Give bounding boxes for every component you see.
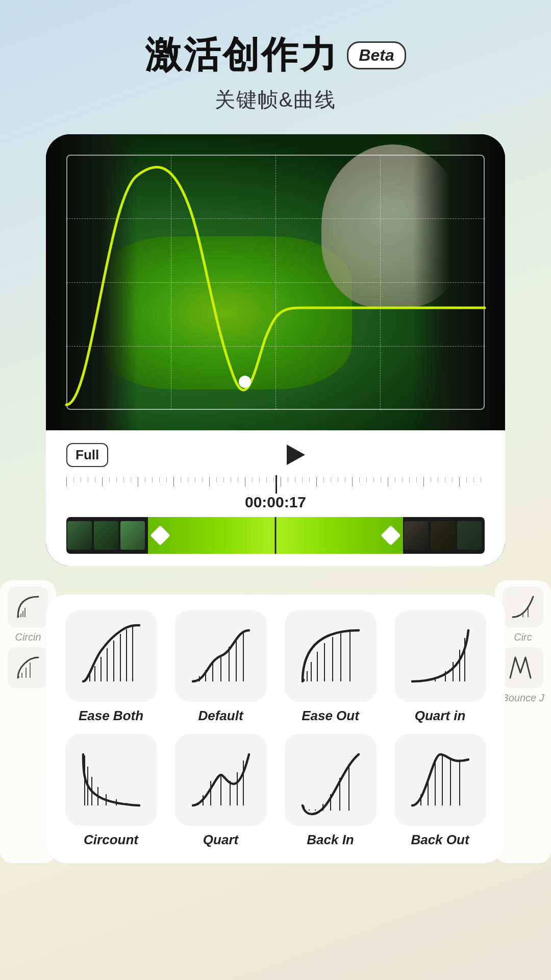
animation-curve	[46, 134, 505, 430]
easing-card-default	[175, 610, 267, 702]
film-cursor	[275, 517, 277, 554]
timeline-ruler[interactable]	[66, 475, 485, 494]
page-title: 激活创作力	[145, 31, 339, 80]
side-easing-card-bounce	[503, 647, 543, 688]
side-label-circ: Circ	[501, 631, 545, 643]
easing-label-quart-in: Quart in	[415, 708, 466, 724]
easing-label-circount: Circount	[84, 832, 138, 848]
film-strip[interactable]	[66, 515, 485, 566]
controls-row: Full	[66, 440, 485, 469]
film-right	[403, 517, 485, 554]
back-out-icon	[405, 744, 476, 816]
svg-point-0	[239, 376, 251, 388]
easing-item-quart[interactable]: Quart	[171, 734, 270, 848]
full-button[interactable]: Full	[66, 443, 108, 467]
easing-item-default[interactable]: Default	[171, 610, 270, 724]
circount-icon	[76, 744, 147, 816]
easing-item-quart-in[interactable]: Quart in	[390, 610, 490, 724]
film-left	[66, 517, 148, 554]
header: 激活创作力 Beta 关键帧&曲线	[145, 31, 406, 114]
video-area	[46, 134, 505, 430]
side-easing-card-circin2	[8, 647, 48, 688]
keyframe-end[interactable]	[381, 525, 401, 546]
beta-badge: Beta	[347, 41, 406, 69]
easing-card-ease-out	[285, 610, 377, 702]
easing-label-default: Default	[198, 708, 243, 724]
easing-panel: Ease Both Default	[46, 595, 505, 863]
easing-label-back-out: Back Out	[411, 832, 469, 848]
quart-in-icon	[405, 620, 476, 692]
easing-card-quart-in	[394, 610, 486, 702]
easing-card-ease-both	[65, 610, 157, 702]
easing-label-quart: Quart	[203, 832, 238, 848]
quart-icon	[185, 744, 257, 816]
easing-card-back-in	[285, 734, 377, 826]
easing-label-back-in: Back In	[307, 832, 354, 848]
play-button[interactable]	[282, 440, 310, 469]
easing-item-ease-out[interactable]: Ease Out	[281, 610, 380, 724]
ease-both-icon	[76, 620, 147, 692]
easing-item-back-in[interactable]: Back In	[281, 734, 380, 848]
side-label-circin: Circin	[6, 631, 50, 643]
video-card: Full	[46, 134, 505, 566]
keyframe-start[interactable]	[150, 525, 170, 546]
ease-out-icon	[295, 620, 366, 692]
easing-card-quart	[175, 734, 267, 826]
easing-card-back-out	[394, 734, 486, 826]
timeline-cursor	[276, 475, 277, 494]
circin-curve-icon	[13, 592, 43, 622]
circ-icon	[508, 592, 538, 622]
easing-card-circount	[65, 734, 157, 826]
bounce-icon	[508, 652, 538, 683]
circin2-curve-icon	[13, 652, 43, 683]
easing-item-back-out[interactable]: Back Out	[390, 734, 490, 848]
page-subtitle: 关键帧&曲线	[145, 86, 406, 114]
easing-item-ease-both[interactable]: Ease Both	[61, 610, 161, 724]
play-icon	[287, 445, 305, 465]
side-easing-card-circ	[503, 586, 543, 627]
side-easing-card-circin	[8, 586, 48, 627]
time-display: 00:00:17	[66, 494, 485, 515]
player-controls: Full	[46, 430, 505, 566]
default-icon	[185, 620, 257, 692]
side-label-bounce: Bounce J	[501, 692, 545, 704]
easing-item-circount[interactable]: Circount	[61, 734, 161, 848]
back-in-icon	[295, 744, 366, 816]
easing-label-ease-both: Ease Both	[79, 708, 143, 724]
easing-label-ease-out: Ease Out	[302, 708, 359, 724]
